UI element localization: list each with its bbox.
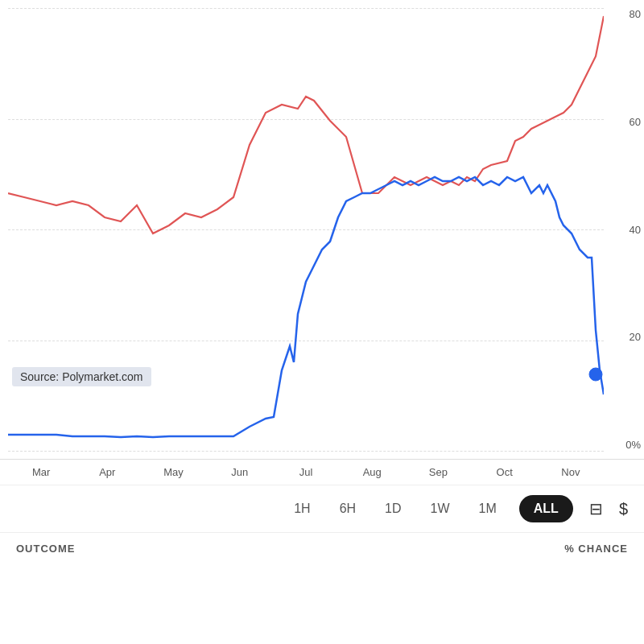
outcome-label: OUTCOME [16, 543, 75, 555]
x-label-nov: Nov [538, 466, 604, 478]
currency-icon[interactable]: $ [619, 500, 628, 518]
controls-bar: 1H 6H 1D 1W 1M ALL ⊟ $ [0, 485, 644, 532]
blue-endpoint-dot [589, 368, 602, 381]
x-label-apr: Apr [74, 466, 140, 478]
btn-6h[interactable]: 6H [333, 497, 362, 521]
btn-1w[interactable]: 1W [424, 497, 456, 521]
btn-1d[interactable]: 1D [378, 497, 407, 521]
red-line [8, 16, 604, 233]
chart-container: 80 60 40 20 0% Source: Polymarket.com [0, 0, 644, 644]
x-label-aug: Aug [339, 466, 405, 478]
y-label-20: 20 [625, 331, 641, 343]
y-label-60: 60 [625, 116, 641, 128]
x-label-mar: Mar [8, 466, 74, 478]
x-label-jun: Jun [207, 466, 273, 478]
y-label-40: 40 [625, 224, 641, 236]
x-label-jul: Jul [273, 466, 339, 478]
bottom-bar: OUTCOME % CHANCE [0, 532, 644, 564]
btn-all[interactable]: ALL [519, 495, 573, 522]
x-label-oct: Oct [472, 466, 538, 478]
x-axis: Mar Apr May Jun Jul Aug Sep Oct Nov [0, 459, 644, 485]
y-label-0: 0% [625, 439, 641, 451]
y-label-80: 80 [625, 8, 641, 20]
chance-label: % CHANCE [564, 543, 628, 555]
btn-1m[interactable]: 1M [473, 497, 503, 521]
blue-line [8, 177, 604, 437]
chart-area: 80 60 40 20 0% Source: Polymarket.com [0, 0, 644, 459]
btn-1h[interactable]: 1H [287, 497, 316, 521]
source-label: Source: Polymarket.com [12, 367, 151, 386]
x-label-sep: Sep [405, 466, 471, 478]
gridline-bottom [8, 451, 604, 452]
filter-icon[interactable]: ⊟ [589, 499, 603, 518]
x-label-may: May [140, 466, 206, 478]
y-axis: 80 60 40 20 0% [625, 0, 641, 459]
